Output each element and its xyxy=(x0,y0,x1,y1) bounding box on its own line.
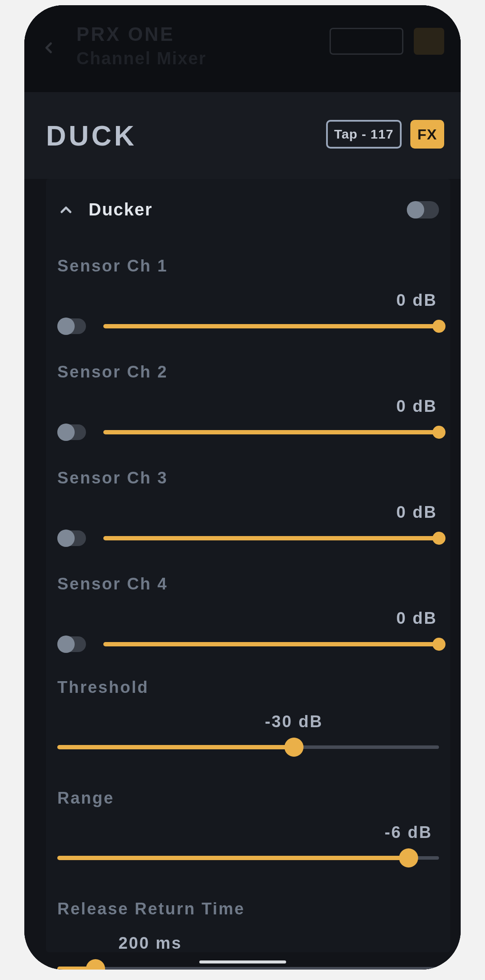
release-block: Release Return Time 200 ms xyxy=(57,900,439,970)
section-title: Ducker xyxy=(89,200,153,219)
back-icon xyxy=(40,39,57,56)
threshold-slider[interactable] xyxy=(57,740,439,754)
range-value-row: -6 dB xyxy=(57,823,439,845)
sensor-row xyxy=(57,636,439,652)
release-value: 200 ms xyxy=(119,934,182,953)
tap-tempo-label: Tap - 117 xyxy=(334,127,394,142)
sensor-label: Sensor Ch 4 xyxy=(57,575,439,593)
slider-fill xyxy=(103,324,439,328)
slider-fill xyxy=(103,536,439,540)
sensor-row xyxy=(57,318,439,334)
slider-thumb[interactable] xyxy=(432,638,445,651)
sensor-row xyxy=(57,530,439,546)
sensor-enable-toggle[interactable] xyxy=(57,318,86,334)
sensor-value: 0 dB xyxy=(57,397,439,416)
bg-title-2: Channel Mixer xyxy=(76,49,206,68)
ducker-enable-toggle[interactable] xyxy=(407,201,439,219)
section-header-row: Ducker xyxy=(57,200,439,219)
toggle-knob xyxy=(57,424,75,441)
ducker-panel: Ducker Sensor Ch 10 dBSensor Ch 20 dBSen… xyxy=(46,179,450,952)
sensor-value: 0 dB xyxy=(57,609,439,628)
sensor-block-4: Sensor Ch 40 dB xyxy=(57,575,439,652)
tap-tempo-button[interactable]: Tap - 117 xyxy=(326,120,402,149)
slider-track xyxy=(57,967,439,970)
sensor-slider[interactable] xyxy=(103,425,439,439)
release-label: Release Return Time xyxy=(57,900,439,918)
threshold-value: -30 dB xyxy=(265,712,323,731)
slider-thumb[interactable] xyxy=(432,320,445,333)
sensor-enable-toggle[interactable] xyxy=(57,424,86,440)
chevron-up-icon xyxy=(57,201,75,219)
slider-fill xyxy=(103,642,439,646)
sensor-slider[interactable] xyxy=(103,531,439,545)
slider-thumb[interactable] xyxy=(432,532,445,545)
bg-fx-button xyxy=(414,28,444,55)
sensor-enable-toggle[interactable] xyxy=(57,530,86,546)
sensor-value: 0 dB xyxy=(57,291,439,310)
screen: PRX ONE Channel Mixer DUCK Tap - 117 FX … xyxy=(24,5,461,970)
sensor-block-3: Sensor Ch 30 dB xyxy=(57,469,439,546)
section-header-left[interactable]: Ducker xyxy=(57,200,153,219)
sensor-slider[interactable] xyxy=(103,319,439,333)
range-value: -6 dB xyxy=(385,823,432,842)
slider-thumb[interactable] xyxy=(86,959,105,970)
fx-label: FX xyxy=(417,126,437,143)
home-indicator[interactable] xyxy=(199,960,286,963)
slider-fill xyxy=(57,745,294,749)
sensor-slider[interactable] xyxy=(103,637,439,651)
slider-thumb[interactable] xyxy=(284,738,304,757)
toggle-knob xyxy=(57,530,75,547)
phone-frame: PRX ONE Channel Mixer DUCK Tap - 117 FX … xyxy=(24,5,461,970)
slider-thumb[interactable] xyxy=(432,426,445,439)
slider-fill xyxy=(57,856,409,860)
sensor-label: Sensor Ch 2 xyxy=(57,363,439,381)
range-block: Range -6 dB xyxy=(57,789,439,865)
threshold-label: Threshold xyxy=(57,678,439,697)
page-title: DUCK xyxy=(46,120,137,152)
sensor-label: Sensor Ch 3 xyxy=(57,469,439,487)
sensor-value: 0 dB xyxy=(57,503,439,522)
background-header: PRX ONE Channel Mixer xyxy=(24,5,461,92)
slider-thumb[interactable] xyxy=(399,848,418,867)
sensor-label: Sensor Ch 1 xyxy=(57,257,439,275)
toggle-knob xyxy=(407,201,424,219)
bg-title-1: PRX ONE xyxy=(76,23,175,45)
sensor-row xyxy=(57,424,439,440)
range-label: Range xyxy=(57,789,439,808)
bg-tap-button xyxy=(330,28,403,55)
toggle-knob xyxy=(57,636,75,653)
sensor-block-2: Sensor Ch 20 dB xyxy=(57,363,439,440)
sensor-enable-toggle[interactable] xyxy=(57,636,86,652)
toggle-knob xyxy=(57,318,75,335)
sensor-block-1: Sensor Ch 10 dB xyxy=(57,257,439,334)
threshold-value-row: -30 dB xyxy=(57,712,439,734)
fx-button[interactable]: FX xyxy=(410,120,444,149)
range-slider[interactable] xyxy=(57,851,439,865)
slider-fill xyxy=(103,430,439,434)
release-value-row: 200 ms xyxy=(57,934,439,956)
threshold-block: Threshold -30 dB xyxy=(57,678,439,754)
